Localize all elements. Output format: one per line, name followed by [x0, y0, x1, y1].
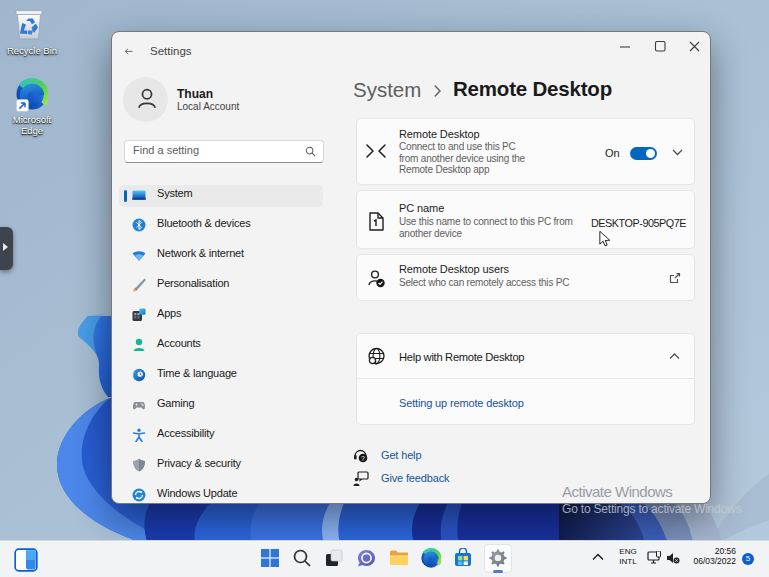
svg-text:?: ?: [361, 455, 365, 462]
